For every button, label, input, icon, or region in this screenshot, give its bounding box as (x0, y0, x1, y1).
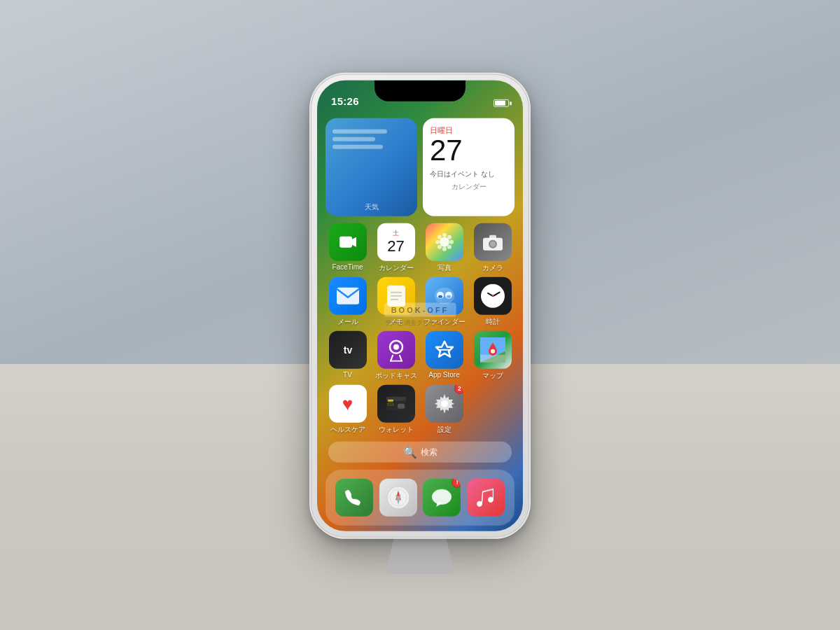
status-icons (493, 99, 509, 107)
dock: ! (326, 470, 514, 526)
dock-messages[interactable]: ! (423, 479, 461, 517)
wallet-label: ウォレット (379, 425, 414, 435)
svg-rect-0 (340, 237, 352, 248)
svg-point-10 (447, 245, 451, 249)
svg-point-34 (491, 349, 495, 354)
app-calendar[interactable]: 土 27 カレンダー (374, 223, 418, 273)
scene: 15:26 天気 (0, 0, 840, 630)
facetime-label: FaceTime (332, 263, 363, 271)
podcasts-label: ポッドキャスト (375, 371, 417, 381)
photos-label: 写真 (438, 263, 451, 273)
svg-rect-33 (480, 355, 505, 363)
cal-date-big: 27 (430, 136, 507, 165)
messages-badge: ! (451, 479, 461, 488)
home-content: 天気 日曜日 27 今日はイベント なし カレンダー (317, 111, 523, 531)
finder-label: ファインダー (424, 317, 465, 327)
svg-line-28 (400, 356, 402, 361)
search-bar[interactable]: 🔍 検索 (328, 442, 512, 463)
svg-point-7 (438, 235, 442, 239)
mail-icon (329, 277, 367, 315)
app-settings[interactable]: 2 設定 (422, 385, 466, 435)
health-label: ヘルスケア (330, 425, 365, 435)
weather-line-3 (332, 145, 383, 149)
app-finder[interactable]: ファインダー (422, 277, 466, 327)
svg-point-24 (447, 295, 451, 298)
svg-point-9 (438, 245, 442, 249)
weather-widget-label: 天気 (326, 202, 417, 212)
app-notes[interactable]: メモ (374, 277, 418, 327)
app-photos[interactable]: 写真 (422, 223, 466, 273)
search-text: 検索 (421, 446, 438, 458)
health-heart-icon: ♥ (342, 393, 353, 414)
clock-center (491, 295, 493, 297)
weather-lines (332, 130, 410, 149)
svg-point-8 (447, 235, 451, 239)
app-mail[interactable]: メール (326, 277, 370, 327)
app-camera[interactable]: カメラ (470, 223, 514, 273)
clock-face (481, 284, 505, 308)
svg-point-6 (449, 240, 454, 244)
dock-phone[interactable] (335, 479, 373, 517)
appstore-icon (426, 331, 463, 369)
svg-rect-15 (337, 288, 359, 304)
camera-icon (474, 223, 512, 261)
app-maps[interactable]: マップ (470, 331, 514, 381)
tv-text: tv (344, 344, 352, 356)
cal-icon-date: 27 (387, 238, 404, 255)
widget-weather[interactable]: 天気 (326, 118, 417, 216)
wallet-icon (377, 385, 415, 423)
app-empty (470, 385, 514, 435)
finder-icon (426, 277, 463, 315)
app-tv[interactable]: tv TV (326, 331, 370, 381)
clock-label: 時計 (486, 317, 500, 327)
app-facetime[interactable]: FaceTime (326, 223, 370, 273)
music-icon (467, 479, 505, 517)
status-time: 15:26 (331, 95, 359, 107)
svg-point-3 (442, 233, 447, 237)
iphone-device: 15:26 天気 (312, 75, 528, 537)
app-wallet[interactable]: ウォレット (374, 385, 418, 435)
photos-icon (426, 223, 463, 261)
podcasts-icon (377, 331, 415, 369)
app-health[interactable]: ♥ ヘルスケア (326, 385, 370, 435)
maps-label: マップ (482, 371, 503, 381)
settings-icon: 2 (426, 385, 463, 423)
tv-icon: tv (329, 331, 367, 369)
app-clock[interactable]: 時計 (470, 277, 514, 327)
empty-icon (474, 385, 512, 423)
iphone-notch (374, 80, 465, 102)
svg-rect-37 (398, 404, 405, 409)
appstore-label: App Store (428, 371, 459, 379)
weather-line-1 (332, 130, 387, 134)
widget-calendar[interactable]: 日曜日 27 今日はイベント なし カレンダー (423, 118, 514, 216)
settings-label: 設定 (438, 425, 451, 435)
iphone-screen: 15:26 天気 (317, 80, 523, 531)
health-icon: ♥ (329, 385, 367, 423)
phone-stand (385, 532, 455, 574)
facetime-icon (329, 223, 367, 261)
app-grid: FaceTime 土 27 カレンダー (317, 220, 523, 438)
svg-point-13 (490, 241, 496, 247)
svg-point-5 (435, 240, 440, 244)
maps-icon (474, 331, 512, 369)
app-appstore[interactable]: App Store (422, 331, 466, 381)
svg-point-47 (432, 489, 451, 505)
svg-point-23 (438, 295, 442, 298)
widgets-row: 天気 日曜日 27 今日はイベント なし カレンダー (317, 111, 523, 220)
notes-label: メモ (389, 317, 403, 327)
clock-icon (474, 277, 512, 315)
calendar-app-label: カレンダー (379, 263, 414, 273)
svg-rect-14 (489, 235, 496, 239)
cal-event-text: 今日はイベント なし (430, 169, 507, 179)
app-podcasts[interactable]: ポッドキャスト (374, 331, 418, 381)
dock-music[interactable] (467, 479, 505, 517)
svg-line-27 (391, 356, 393, 361)
notes-icon (377, 277, 415, 315)
tv-logo: tv (343, 344, 352, 356)
safari-icon (379, 479, 417, 517)
calendar-icon: 土 27 (377, 223, 415, 261)
svg-point-26 (393, 344, 399, 350)
battery-fill (495, 101, 505, 106)
dock-safari[interactable] (379, 479, 417, 517)
weather-line-2 (332, 137, 375, 141)
